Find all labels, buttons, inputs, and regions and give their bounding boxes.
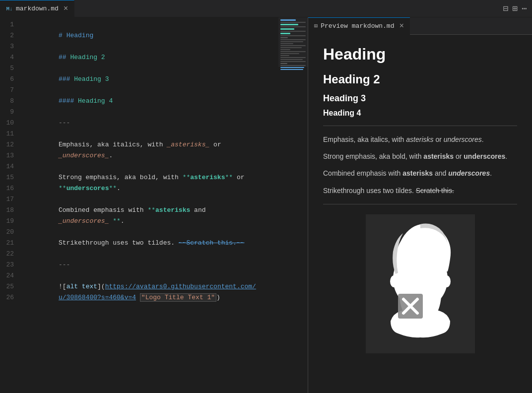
preview-strong-para: Strong emphasis, aka bold, with asterisk… xyxy=(323,151,517,162)
preview-emphasis-para: Emphasis, aka italics, with asterisks or… xyxy=(323,134,517,145)
preview-combined-para: Combined emphasis with asterisks and und… xyxy=(323,168,517,179)
line-num-11: 11 xyxy=(0,129,14,139)
preview-image xyxy=(366,214,475,353)
mini-line-21 xyxy=(280,61,306,62)
preview-hr2 xyxy=(323,204,517,204)
line-24-bracket1: ![ xyxy=(59,283,66,290)
mini-line-3 xyxy=(280,24,298,25)
line-numbers: 1 2 3 4 5 6 7 8 9 10 11 12 13 14 15 16 1… xyxy=(0,19,20,303)
mini-line-24 xyxy=(280,67,304,68)
line-18-plain: . xyxy=(121,217,125,225)
mini-line-17 xyxy=(280,53,299,54)
tab-bar: M↓ markdown.md × ⊟ ⊞ ⋯ xyxy=(0,0,532,17)
line-20-plain1: Strikethrough uses two tildes. xyxy=(59,239,179,247)
svg-point-3 xyxy=(390,275,398,287)
preview-p3-em1: underscores xyxy=(448,169,490,177)
editor-pane[interactable]: 1 2 3 4 5 6 7 8 9 10 11 12 13 14 15 16 1… xyxy=(0,17,308,393)
mini-line-14 xyxy=(280,47,302,48)
line-14-bold-marker1: ** xyxy=(183,174,191,181)
mini-line-13 xyxy=(280,45,306,46)
preview-heading1: Heading xyxy=(323,45,517,64)
h2-marker: ## xyxy=(59,54,70,61)
mini-line-1 xyxy=(280,19,296,21)
line-num-12: 12 xyxy=(0,139,14,150)
mini-line-4 xyxy=(280,26,306,27)
line-24-alt: alt text xyxy=(66,283,97,290)
line-17-bold: asterisks xyxy=(155,206,190,214)
line-25-paren: ) xyxy=(216,294,220,301)
line-17-bold-marker1: ** xyxy=(147,206,155,214)
line-num-24: 24 xyxy=(0,270,14,281)
preview-p3-plain3: . xyxy=(490,169,492,177)
preview-p2-plain2: or xyxy=(454,152,464,160)
code-line-7: #### Heading 4 xyxy=(20,85,303,96)
preview-p2-strong2: underscores xyxy=(464,152,505,160)
split-editor-side-icon[interactable]: ⊞ xyxy=(511,2,519,15)
h3-marker: ### xyxy=(59,75,74,83)
line-12-italic: _underscores_ xyxy=(59,152,109,159)
code-line-22: --- xyxy=(20,249,303,260)
line-num-7: 7 xyxy=(0,85,14,96)
code-line-9: --- xyxy=(20,107,303,118)
code-line-11: Emphasis, aka italics, with _asterisks_ … xyxy=(20,129,303,139)
code-line-3: ## Heading 2 xyxy=(20,41,303,52)
line-17-and: and xyxy=(190,206,205,214)
mini-line-15 xyxy=(280,49,290,50)
line-num-5: 5 xyxy=(0,63,14,74)
code-line-1: # Heading xyxy=(20,19,303,30)
mini-line-8 xyxy=(280,35,306,36)
line-num-4: 4 xyxy=(0,52,14,63)
preview-content: Heading Heading 2 Heading 3 Heading 4 Em… xyxy=(308,35,532,393)
preview-p2-plain3: . xyxy=(505,152,507,160)
line-num-3: 3 xyxy=(0,41,14,52)
h4-text: Heading 4 xyxy=(78,97,113,105)
line-15-plain: . xyxy=(117,185,121,192)
main-content: 1 2 3 4 5 6 7 8 9 10 11 12 13 14 15 16 1… xyxy=(0,17,532,393)
preview-p3-plain1: Combined emphasis with xyxy=(323,169,402,177)
mini-line-5 xyxy=(280,28,294,30)
code-line-5: ### Heading 3 xyxy=(20,63,303,74)
markdown-file-icon: M↓ xyxy=(6,5,13,12)
mini-line-10 xyxy=(280,39,306,40)
more-actions-icon[interactable]: ⋯ xyxy=(521,2,528,15)
preview-p1-em2: underscores xyxy=(444,135,482,143)
line-11-plain1: Emphasis, aka italics, with xyxy=(59,141,167,148)
mini-line-7 xyxy=(280,33,290,34)
preview-tab[interactable]: ⊞ Preview markdown.md × xyxy=(308,17,410,35)
preview-p2-plain1: Strong emphasis, aka bold, with xyxy=(323,152,423,160)
line-num-19: 19 xyxy=(0,216,14,227)
line-num-21: 21 xyxy=(0,238,14,249)
hr-text-2: --- xyxy=(59,261,70,268)
preview-icon: ⊞ xyxy=(314,22,318,30)
preview-pane: ⊞ Preview markdown.md × Heading Heading … xyxy=(308,17,532,393)
line-25-title: "Logo Title Text 1" xyxy=(141,294,215,301)
preview-heading4: Heading 4 xyxy=(323,109,517,118)
hr-text: --- xyxy=(59,119,70,127)
mini-line-19 xyxy=(280,57,306,58)
preview-heading3: Heading 3 xyxy=(323,93,517,104)
mini-line-18 xyxy=(280,55,289,56)
line-num-26: 26 xyxy=(0,292,14,303)
preview-tab-label: Preview markdown.md xyxy=(321,22,394,30)
line-15-bold: underscores xyxy=(66,185,109,192)
preview-tab-bar: ⊞ Preview markdown.md × xyxy=(308,17,532,35)
line-num-10: 10 xyxy=(0,118,14,129)
line-12-plain: . xyxy=(109,152,113,159)
editor-tab[interactable]: M↓ markdown.md × xyxy=(0,0,74,17)
line-11-italic1: _asterisks_ xyxy=(167,141,209,148)
mini-line-12 xyxy=(280,43,293,44)
preview-p1-plain1: Emphasis, aka italics, with xyxy=(323,135,406,143)
line-24-bracket2: ]( xyxy=(97,283,105,290)
line-num-1: 1 xyxy=(0,19,14,30)
line-num-16: 16 xyxy=(0,183,14,194)
preview-tab-close[interactable]: × xyxy=(399,22,404,31)
editor-tab-close[interactable]: × xyxy=(64,5,68,13)
line-17-plain1: Combined emphasis with xyxy=(59,206,147,214)
tab-actions: ⊟ ⊞ ⋯ xyxy=(498,2,532,15)
line-num-13: 13 xyxy=(0,150,14,161)
split-editor-icon[interactable]: ⊟ xyxy=(502,2,509,15)
preview-p1-em1: asterisks xyxy=(406,135,433,143)
line-num-22: 22 xyxy=(0,249,14,260)
line-11-plain2: or xyxy=(209,141,221,148)
mini-line-11 xyxy=(280,41,303,42)
